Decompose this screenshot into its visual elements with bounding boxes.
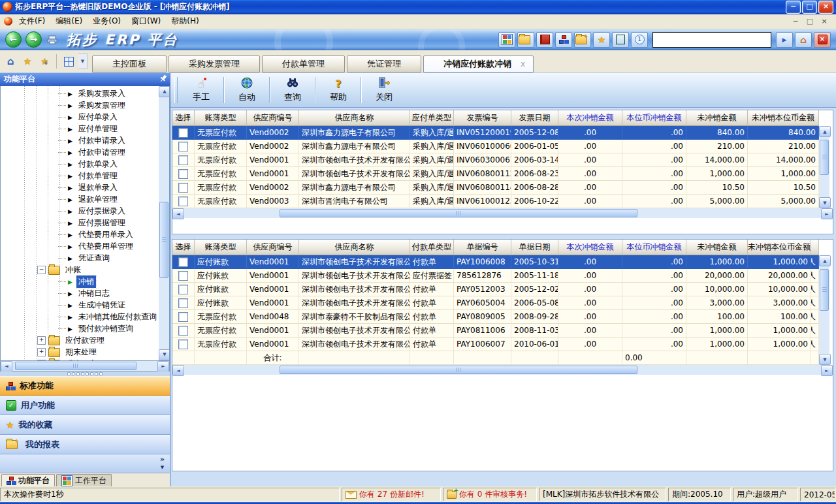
audit-tasks-status[interactable]: 你有 0 件审核事务!: [443, 488, 537, 501]
row-checkbox[interactable]: [178, 298, 188, 308]
table-row[interactable]: 应付账款Vend0001深圳市领创电子技术开发有限公付款单PAY10060082…: [172, 255, 819, 269]
tree-item-17[interactable]: ▶冲销日志: [1, 288, 159, 300]
table-row[interactable]: 无票应付款Vend0048深圳市泰豪特不干胶制品有限公付款单PAY0809005…: [172, 310, 819, 324]
sidebar-panel-2[interactable]: ★我的收藏: [0, 415, 170, 435]
row-checkbox[interactable]: [178, 285, 188, 294]
table-row[interactable]: 无票应付款Vend0003深圳市晋润电子有限公司采购入库/退INV0610001…: [172, 195, 819, 208]
column-header-0[interactable]: 选择: [172, 110, 195, 126]
table-row[interactable]: 无票应付款Vend0001深圳市领创电子技术开发有限公采购入库/退INV0603…: [172, 153, 819, 167]
scroll-track[interactable]: [12, 361, 157, 371]
print-icon[interactable]: [46, 33, 59, 46]
scroll-thumb[interactable]: [15, 362, 137, 370]
new-mail-status[interactable]: 你有 27 份新邮件!: [342, 488, 441, 501]
tab-3[interactable]: 凭证管理: [347, 55, 421, 72]
grid-horizontal-scrollbar[interactable]: ◄►: [172, 365, 833, 375]
column-header-2[interactable]: 供应商编号: [247, 110, 299, 126]
tree-item-7[interactable]: ▶付款单管理: [1, 170, 159, 182]
scroll-up-icon[interactable]: ▲: [159, 86, 170, 97]
tab-2[interactable]: 付款单管理: [262, 55, 345, 72]
close-button[interactable]: ×: [818, 1, 833, 14]
favorite-star-icon[interactable]: ★: [20, 54, 35, 69]
expand-minus-icon[interactable]: −: [37, 266, 46, 274]
new-folder-icon-button[interactable]: +: [574, 32, 591, 48]
column-header-10[interactable]: 未冲销本位币金额: [748, 240, 811, 255]
export-folder-icon-button[interactable]: [517, 32, 534, 48]
row-checkbox[interactable]: [178, 339, 188, 349]
scroll-left-icon[interactable]: ◄: [172, 365, 184, 376]
binoculars-button[interactable]: 查询: [272, 74, 314, 106]
tree-item-13[interactable]: ▶代垫费用单管理: [1, 241, 159, 253]
scroll-thumb[interactable]: [280, 366, 637, 374]
table-row[interactable]: 无票应付款Vend0002深圳市鑫力源电子有限公司采购入库/退INV051200…: [172, 126, 819, 140]
tab-4[interactable]: 冲销应付账款冲销x: [423, 55, 534, 72]
scroll-thumb[interactable]: [820, 269, 829, 311]
scroll-thumb[interactable]: [820, 140, 829, 175]
sidebar-tab-1[interactable]: 工作平台: [56, 474, 112, 486]
row-checkbox[interactable]: [178, 271, 188, 281]
globe-button[interactable]: 自动: [226, 74, 268, 106]
exit-icon[interactable]: ×: [814, 32, 831, 48]
column-header-8[interactable]: 本位币冲销金额: [622, 110, 686, 126]
tree-item-22[interactable]: +期末处理: [1, 347, 159, 358]
scroll-left-icon[interactable]: ◄: [172, 208, 184, 219]
table-row[interactable]: 无票应付款Vend0001深圳市领创电子技术开发有限公付款单PAY1006007…: [172, 338, 819, 351]
tree-item-15[interactable]: −冲账: [1, 264, 159, 276]
workspace-icon-button[interactable]: [498, 32, 515, 48]
column-header-3[interactable]: 供应商名称: [299, 240, 410, 255]
row-checkbox[interactable]: [178, 326, 188, 336]
sidebar-panel-1[interactable]: ✓用户功能: [0, 396, 170, 415]
mdi-close-button[interactable]: ×: [819, 17, 829, 25]
archive-icon-button[interactable]: [612, 32, 629, 48]
tab-0[interactable]: 主控面板: [92, 55, 167, 72]
tree-item-18[interactable]: ▶生成冲销凭证: [1, 300, 159, 311]
scroll-track[interactable]: [159, 97, 169, 349]
menu-item-2[interactable]: 业务(O): [88, 14, 126, 28]
tree-item-5[interactable]: ▶付款申请管理: [1, 147, 159, 159]
tree-item-3[interactable]: ▶应付单管理: [1, 123, 159, 135]
column-header-3[interactable]: 供应商名称: [299, 110, 410, 126]
tree-item-6[interactable]: ▶付款单录入: [1, 159, 159, 170]
tree-item-12[interactable]: ▶代垫费用单录入: [1, 229, 159, 241]
column-header-8[interactable]: 本位币冲销金额: [622, 240, 686, 255]
tree-item-16[interactable]: ▶冲销: [1, 276, 159, 288]
forward-icon[interactable]: →: [25, 31, 42, 48]
column-header-7[interactable]: 本次冲销金额: [558, 240, 622, 255]
tree-vertical-scrollbar[interactable]: ▲ ▼: [159, 86, 169, 360]
row-checkbox[interactable]: [178, 197, 188, 206]
quick-search-input[interactable]: [652, 32, 771, 48]
tree-item-9[interactable]: ▶退款单管理: [1, 194, 159, 206]
tree-item-23[interactable]: +系统设定: [1, 358, 159, 360]
scroll-track[interactable]: [184, 365, 821, 375]
table-row[interactable]: 应付账款Vend0001深圳市领创电子技术开发有限公应付票据签785612876…: [172, 269, 819, 283]
row-checkbox[interactable]: [178, 169, 188, 179]
scroll-thumb[interactable]: [280, 209, 637, 217]
tree-item-11[interactable]: ▶应付票据管理: [1, 217, 159, 229]
tree-item-4[interactable]: ▶付款申请录入: [1, 135, 159, 147]
scroll-left-icon[interactable]: ◄: [1, 361, 12, 372]
grid-vertical-scrollbar[interactable]: ▲▼: [819, 255, 829, 365]
table-row[interactable]: 应付账款Vend0001深圳市领创电子技术开发有限公付款单PAY06050042…: [172, 296, 819, 310]
more-panels-icon[interactable]: »▼: [160, 456, 165, 471]
column-header-2[interactable]: 供应商编号: [247, 240, 299, 255]
scroll-track[interactable]: [184, 208, 821, 218]
column-header-7[interactable]: 本次冲销金额: [558, 110, 622, 126]
minimize-button[interactable]: −: [786, 1, 801, 14]
layout-dropdown-icon[interactable]: ▼: [78, 54, 88, 69]
exit-door-button[interactable]: 关闭: [363, 74, 405, 106]
row-checkbox[interactable]: [178, 142, 188, 151]
help-button[interactable]: ?帮助: [317, 74, 359, 106]
scroll-down-icon[interactable]: ▼: [819, 354, 831, 365]
row-checkbox[interactable]: [178, 312, 188, 322]
tree-horizontal-scrollbar[interactable]: ◄ ►: [0, 361, 170, 371]
sidebar-tab-0[interactable]: 功能平台: [1, 474, 55, 486]
column-header-0[interactable]: 选择: [172, 240, 195, 255]
splitter-handle[interactable]: [0, 371, 170, 377]
tree-item-0[interactable]: ▶采购发票录入: [1, 88, 159, 100]
menu-item-1[interactable]: 编辑(E): [50, 14, 88, 28]
tab-1[interactable]: 采购发票管理: [169, 55, 260, 72]
scroll-down-icon[interactable]: ▼: [819, 197, 831, 208]
tree-item-10[interactable]: ▶应付票据录入: [1, 206, 159, 217]
row-checkbox[interactable]: [178, 257, 188, 267]
scroll-down-icon[interactable]: ▼: [159, 349, 170, 360]
row-checkbox[interactable]: [178, 128, 188, 138]
